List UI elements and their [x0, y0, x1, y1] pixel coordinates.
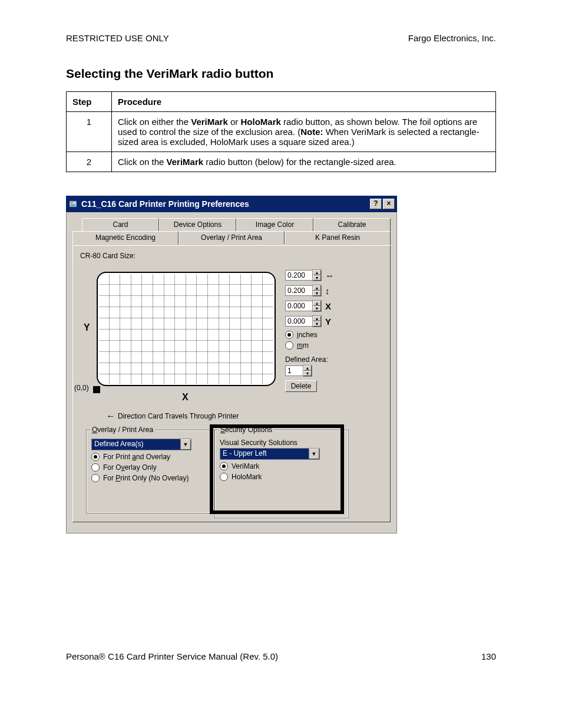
combo-value: Defined Area(s) [92, 439, 180, 450]
combo-value: E - Upper Left [220, 449, 309, 459]
radio-icon [285, 331, 293, 339]
tab-panel: CR-80 Card Size: Y X (0,0) ← Direction C… [72, 245, 391, 522]
section-title: Selecting the VeriMark radio button [66, 67, 496, 81]
y-icon: Y [325, 317, 339, 327]
height-spinner[interactable]: 0.200 ▲▼ ↕ [285, 285, 373, 297]
text: nches [299, 331, 318, 339]
radio-icon [91, 463, 100, 472]
help-button[interactable]: ? [370, 199, 382, 209]
overlay-print-area-group: Overlay / Print Area Defined Area(s) ▼ F… [86, 430, 214, 513]
x-icon: X [325, 301, 339, 311]
x-spinner[interactable]: 0.000 ▲▼ X [285, 300, 373, 312]
origin-label: (0,0) [74, 384, 89, 392]
dialog-titlebar[interactable]: C11_C16 Card Printer Printing Preference… [66, 196, 397, 212]
direction-label: ← Direction Card Travels Through Printer [106, 411, 239, 421]
procedure-cell: Click on the VeriMark radio button (belo… [112, 152, 496, 172]
tab-card[interactable]: Card [82, 218, 159, 231]
bold: HoloMark [240, 117, 280, 127]
text: Click on the [118, 157, 167, 167]
restricted-label: RESTRICTED USE ONLY [66, 33, 169, 43]
company-label: Fargo Electronics, Inc. [408, 33, 496, 43]
tab-device-options[interactable]: Device Options [159, 218, 236, 231]
width-input[interactable]: 0.200 [285, 270, 312, 281]
text: VeriMark [232, 462, 259, 470]
app-icon [68, 199, 78, 209]
th-procedure: Procedure [112, 92, 496, 112]
chevron-down-icon[interactable]: ▼ [180, 439, 191, 450]
card-size-label: CR-80 Card Size: [80, 252, 383, 260]
width-icon: ↔ [325, 271, 339, 281]
text: HoloMark [232, 473, 262, 481]
dialog-title: C11_C16 Card Printer Printing Preference… [81, 199, 249, 209]
bold: Note: [300, 127, 323, 137]
tab-calibrate[interactable]: Calibrate [313, 218, 391, 231]
tab-k-panel-resin[interactable]: K Panel Resin [285, 231, 391, 245]
bold: VeriMark [191, 117, 228, 127]
step-number: 2 [67, 152, 112, 172]
spinner-buttons[interactable]: ▲▼ [312, 285, 322, 297]
step-number: 1 [67, 112, 112, 152]
table-row: 2 Click on the VeriMark radio button (be… [67, 152, 496, 172]
visual-security-label: Visual Security Solutions [220, 439, 343, 447]
spinner-buttons[interactable]: ▲▼ [303, 365, 312, 377]
holomark-radio[interactable]: HoloMark [220, 473, 343, 481]
bold: VeriMark [167, 157, 204, 167]
card-preview[interactable] [97, 272, 273, 390]
page-number: 130 [481, 651, 496, 661]
text: Click on either the [118, 117, 191, 127]
height-input[interactable]: 0.200 [285, 285, 312, 296]
verimark-radio[interactable]: VeriMark [220, 462, 343, 470]
y-spinner[interactable]: 0.000 ▲▼ Y [285, 315, 373, 327]
x-axis-label: X [182, 392, 189, 403]
print-and-overlay-radio[interactable]: For Print and Overlay [91, 453, 209, 461]
radio-icon [220, 462, 228, 470]
overlay-area-combo[interactable]: Defined Area(s) ▼ [91, 439, 191, 450]
th-step: Step [67, 92, 112, 112]
arrow-left-icon: ← [106, 411, 115, 421]
radio-icon [91, 453, 100, 461]
width-spinner[interactable]: 0.200 ▲▼ ↔ [285, 269, 373, 281]
procedure-table: Step Procedure 1 Click on either the Ver… [66, 91, 496, 172]
tab-overlay-print-area[interactable]: Overlay / Print Area [178, 231, 285, 245]
close-button[interactable]: × [383, 199, 395, 209]
security-options-group: Security Options Visual Security Solutio… [214, 430, 349, 518]
radio-icon [220, 473, 228, 481]
text: or [228, 117, 241, 127]
svg-rect-1 [71, 202, 73, 204]
spinner-buttons[interactable]: ▲▼ [312, 315, 322, 327]
chevron-down-icon[interactable]: ▼ [309, 449, 319, 459]
y-input[interactable]: 0.000 [285, 316, 312, 327]
table-row: 1 Click on either the VeriMark or HoloMa… [67, 112, 496, 152]
defined-area-input[interactable]: 1 [285, 365, 303, 376]
print-only-radio[interactable]: For Print Only (No Overlay) [91, 474, 209, 482]
y-axis-label: Y [84, 322, 90, 333]
text: Direction Card Travels Through Printer [118, 412, 239, 420]
height-icon: ↕ [325, 286, 339, 296]
defined-area-label: Defined Area: [285, 355, 373, 364]
mm-radio[interactable]: mm [285, 341, 373, 350]
visual-security-combo[interactable]: E - Upper Left ▼ [220, 448, 320, 460]
procedure-cell: Click on either the VeriMark or HoloMark… [112, 112, 496, 152]
svg-rect-2 [71, 205, 75, 206]
overlay-only-radio[interactable]: For Overlay Only [91, 463, 209, 472]
radio-icon [285, 341, 293, 350]
x-input[interactable]: 0.000 [285, 301, 312, 311]
radio-icon [91, 474, 100, 482]
tab-magnetic-encoding[interactable]: Magnetic Encoding [72, 231, 178, 245]
spinner-buttons[interactable]: ▲▼ [312, 300, 322, 312]
tab-image-color[interactable]: Image Color [236, 218, 313, 231]
inches-radio[interactable]: inches [285, 331, 373, 339]
text: m [303, 341, 309, 350]
origin-marker [93, 386, 100, 393]
manual-title: Persona® C16 Card Printer Service Manual… [66, 651, 278, 661]
spinner-buttons[interactable]: ▲▼ [312, 269, 322, 281]
text: radio button (below) for the rectangle-s… [203, 157, 396, 167]
delete-button[interactable]: Delete [285, 380, 317, 392]
dialog-screenshot: C11_C16 Card Printer Printing Preference… [66, 196, 397, 533]
